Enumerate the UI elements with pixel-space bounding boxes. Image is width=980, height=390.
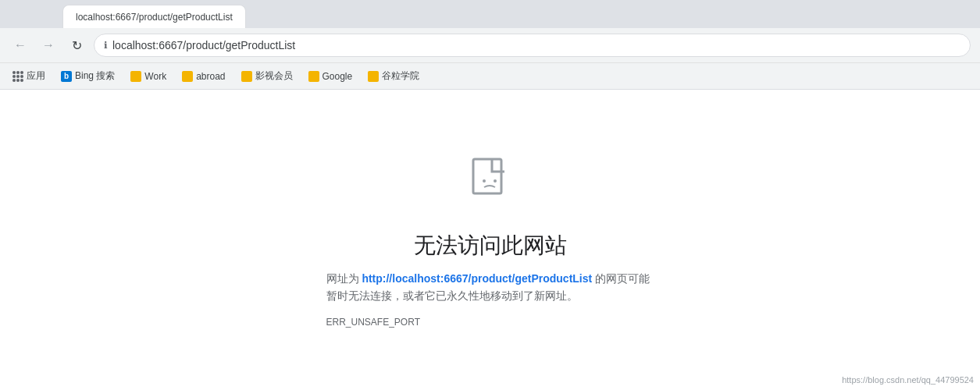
bookmark-gulixueyuan-label: 谷粒学院 bbox=[382, 69, 419, 83]
svg-rect-0 bbox=[473, 159, 501, 193]
google-folder-icon bbox=[308, 71, 319, 82]
watermark: https://blog.csdn.net/qq_44799524 bbox=[842, 375, 974, 385]
abroad-folder-icon bbox=[182, 71, 193, 82]
page-content: 无法访问此网站 网址为 http://localhost:6667/produc… bbox=[0, 90, 980, 390]
bookmark-bing-label: Bing 搜索 bbox=[75, 69, 115, 83]
reload-button[interactable]: ↻ bbox=[66, 34, 87, 56]
bookmark-google[interactable]: Google bbox=[302, 68, 359, 85]
bookmark-video-label: 影视会员 bbox=[255, 69, 293, 83]
tab-title: localhost:6667/product/getProductList bbox=[76, 12, 233, 23]
bookmark-gulixueyuan[interactable]: 谷粒学院 bbox=[362, 66, 426, 86]
svg-point-1 bbox=[483, 179, 486, 183]
bookmark-abroad-label: abroad bbox=[196, 71, 225, 82]
browser-chrome: localhost:6667/product/getProductList ← … bbox=[0, 0, 980, 90]
bookmark-work[interactable]: Work bbox=[124, 68, 173, 85]
error-url-link[interactable]: http://localhost:6667/product/getProduct… bbox=[362, 272, 592, 285]
error-code: ERR_UNSAFE_PORT bbox=[326, 317, 420, 328]
bookmark-video[interactable]: 影视会员 bbox=[235, 66, 299, 86]
error-icon bbox=[462, 153, 519, 212]
video-folder-icon bbox=[241, 71, 252, 82]
bing-icon: b bbox=[61, 71, 72, 82]
nav-bar: ← → ↻ ℹ localhost:6667/product/getProduc… bbox=[0, 28, 980, 62]
error-desc-prefix: 网址为 bbox=[326, 272, 362, 285]
security-icon: ℹ bbox=[104, 40, 108, 51]
url-text: localhost:6667/product/getProductList bbox=[112, 39, 960, 51]
tab-bar: localhost:6667/product/getProductList bbox=[0, 0, 980, 28]
forward-button[interactable]: → bbox=[37, 34, 59, 56]
svg-point-2 bbox=[494, 179, 497, 183]
bookmark-bing[interactable]: b Bing 搜索 bbox=[55, 66, 121, 86]
apps-icon bbox=[12, 71, 23, 82]
apps-label: 应用 bbox=[27, 69, 45, 83]
bookmark-abroad[interactable]: abroad bbox=[176, 68, 231, 85]
back-button[interactable]: ← bbox=[9, 34, 31, 56]
error-description: 网址为 http://localhost:6667/product/getPro… bbox=[326, 270, 654, 305]
active-tab[interactable]: localhost:6667/product/getProductList bbox=[62, 5, 246, 28]
work-folder-icon bbox=[130, 71, 141, 82]
apps-bookmark[interactable]: 应用 bbox=[6, 66, 52, 86]
error-title: 无法访问此网站 bbox=[414, 231, 567, 261]
address-bar[interactable]: ℹ localhost:6667/product/getProductList bbox=[94, 34, 971, 57]
gulixueyuan-folder-icon bbox=[368, 71, 379, 82]
bookmarks-bar: 应用 b Bing 搜索 Work abroad 影视会员 Google 谷粒学… bbox=[0, 62, 980, 89]
bookmark-work-label: Work bbox=[144, 71, 166, 82]
bookmark-google-label: Google bbox=[323, 71, 353, 82]
